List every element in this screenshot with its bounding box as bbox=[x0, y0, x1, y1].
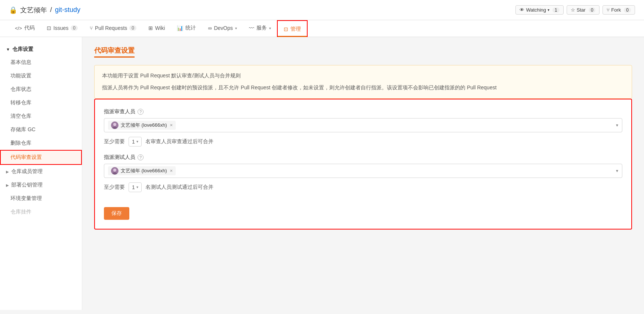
reviewer-min-suffix: 名审查人员审查通过后可合并 bbox=[145, 138, 213, 145]
tab-wiki-label: Wiki bbox=[155, 25, 165, 31]
tab-code-label: 代码 bbox=[24, 25, 35, 31]
repo-plugin-label: 仓库挂件 bbox=[10, 209, 31, 215]
reviewer-select-box[interactable]: 文艺倾年 (love666xh) × ▾ bbox=[104, 118, 622, 132]
reviewer-user-tag: 文艺倾年 (love666xh) × bbox=[108, 121, 176, 130]
fork-icon: ⑂ bbox=[607, 7, 610, 13]
tester-remove-icon[interactable]: × bbox=[170, 168, 173, 173]
sidebar-item-delete-repo[interactable]: 删除仓库 bbox=[0, 136, 82, 150]
fork-button[interactable]: ⑂ Fork 0 bbox=[603, 5, 635, 15]
tab-admin-label: 管理 bbox=[290, 26, 301, 33]
transfer-repo-label: 转移仓库 bbox=[10, 99, 31, 106]
tester-count-dropdown-icon: ▾ bbox=[136, 185, 138, 189]
watching-button[interactable]: 👁 Watching ▾ 1 bbox=[515, 5, 563, 15]
tab-devops-label: DevOps bbox=[214, 25, 233, 31]
sidebar-section-title[interactable]: ▼ 仓库设置 bbox=[0, 43, 82, 56]
issues-icon: ⊡ bbox=[47, 25, 51, 31]
tab-stats-label: 统计 bbox=[185, 25, 196, 31]
tester-select-box[interactable]: 文艺倾年 (love666xh) × ▾ bbox=[104, 164, 622, 178]
tab-service-label: 服务 bbox=[256, 25, 267, 31]
issues-badge: 0 bbox=[71, 25, 78, 31]
tester-avatar bbox=[111, 167, 118, 175]
sidebar-item-member-mgmt[interactable]: ▶ 仓库成员管理 bbox=[0, 165, 82, 178]
tab-admin[interactable]: ⊡ 管理 bbox=[277, 20, 308, 37]
tester-help-icon[interactable]: ? bbox=[138, 154, 144, 160]
env-var-mgmt-label: 环境变量管理 bbox=[10, 195, 42, 202]
service-dropdown-icon: ▾ bbox=[269, 26, 271, 30]
stats-icon: 📊 bbox=[177, 25, 183, 31]
code-icon: </> bbox=[15, 25, 22, 31]
reviewer-count-select[interactable]: 1 ▾ bbox=[129, 137, 142, 147]
sidebar-item-repo-plugin[interactable]: 仓库挂件 bbox=[0, 205, 82, 219]
form-card: 指派审查人员 ? 文艺倾年 (love666xh) × ▾ 至少需要 bbox=[94, 99, 632, 230]
star-icon: ☆ bbox=[571, 7, 575, 13]
repo-title: 🔒 文艺倾年 / git-study bbox=[9, 6, 80, 15]
tab-code[interactable]: </> 代码 bbox=[9, 20, 41, 37]
reviewer-min-label: 至少需要 bbox=[104, 138, 125, 145]
save-button[interactable]: 保存 bbox=[104, 207, 129, 220]
fork-count: 0 bbox=[624, 7, 631, 13]
svg-point-4 bbox=[113, 169, 116, 172]
tab-service[interactable]: 〰 服务 ▾ bbox=[243, 20, 277, 37]
reviewer-count-value: 1 bbox=[132, 139, 135, 145]
member-mgmt-label: 仓库成员管理 bbox=[11, 168, 43, 175]
watching-dropdown-icon: ▾ bbox=[548, 8, 549, 12]
svg-point-1 bbox=[113, 123, 116, 126]
sidebar-item-deploy-key-mgmt[interactable]: ▶ 部署公钥管理 bbox=[0, 178, 82, 192]
admin-icon: ⊡ bbox=[284, 26, 288, 32]
lock-icon: 🔒 bbox=[9, 6, 17, 14]
chevron-down-icon: ▼ bbox=[6, 47, 10, 52]
tester-count-value: 1 bbox=[132, 184, 135, 190]
reviewer-dropdown-icon[interactable]: ▾ bbox=[616, 123, 618, 128]
info-line1: 本功能用于设置 Pull Request 默认审查/测试人员与合并规则 bbox=[102, 71, 624, 80]
reviewer-count-dropdown-icon: ▾ bbox=[136, 139, 138, 144]
tester-username: 文艺倾年 (love666xh) bbox=[121, 167, 167, 174]
sidebar-item-storage-gc[interactable]: 存储库 GC bbox=[0, 123, 82, 136]
sidebar-item-env-var-mgmt[interactable]: 环境变量管理 bbox=[0, 192, 82, 205]
tab-stats[interactable]: 📊 统计 bbox=[171, 20, 202, 37]
sidebar-item-clear-repo[interactable]: 清空仓库 bbox=[0, 110, 82, 123]
tab-wiki[interactable]: ⊞ Wiki bbox=[142, 20, 171, 37]
sidebar-item-repo-status[interactable]: 仓库状态 bbox=[0, 83, 82, 96]
tester-label-text: 指派测试人员 bbox=[104, 154, 135, 161]
reviewer-label-text: 指派审查人员 bbox=[104, 108, 135, 115]
reviewer-label: 指派审查人员 ? bbox=[104, 108, 622, 115]
storage-gc-label: 存储库 GC bbox=[10, 126, 36, 133]
tester-count-select[interactable]: 1 ▾ bbox=[129, 182, 142, 192]
reviewer-remove-icon[interactable]: × bbox=[170, 122, 173, 128]
devops-dropdown-icon: ▾ bbox=[235, 26, 237, 30]
deploy-key-mgmt-label: 部署公钥管理 bbox=[11, 182, 43, 188]
separator: / bbox=[50, 6, 52, 14]
section-title-label: 仓库设置 bbox=[12, 46, 33, 53]
info-line2: 指派人员将作为 Pull Request 创建时的预设指派，且不允许 Pull … bbox=[102, 83, 624, 92]
tester-min-suffix: 名测试人员测试通过后可合并 bbox=[145, 184, 213, 191]
basic-info-label: 基本信息 bbox=[10, 59, 31, 66]
clear-repo-label: 清空仓库 bbox=[10, 113, 31, 120]
delete-repo-label: 删除仓库 bbox=[10, 140, 31, 147]
info-box: 本功能用于设置 Pull Request 默认审查/测试人员与合并规则 指派人员… bbox=[94, 65, 632, 99]
tab-pr-label: Pull Requests bbox=[95, 25, 127, 31]
service-icon: 〰 bbox=[249, 25, 254, 31]
tab-devops[interactable]: ∞ DevOps ▾ bbox=[202, 20, 243, 37]
star-button[interactable]: ☆ Star 0 bbox=[567, 5, 600, 15]
sidebar-item-feature-settings[interactable]: 功能设置 bbox=[0, 69, 82, 83]
tab-pull-requests[interactable]: ⑂ Pull Requests 0 bbox=[84, 20, 142, 37]
deploy-chevron-icon: ▶ bbox=[6, 183, 9, 187]
star-label: Star bbox=[577, 7, 586, 13]
feature-settings-label: 功能设置 bbox=[10, 73, 31, 79]
tester-min-required-row: 至少需要 1 ▾ 名测试人员测试通过后可合并 bbox=[104, 182, 622, 192]
reviewer-avatar bbox=[111, 121, 118, 129]
tester-dropdown-icon[interactable]: ▾ bbox=[616, 168, 618, 173]
sidebar-item-transfer-repo[interactable]: 转移仓库 bbox=[0, 96, 82, 110]
nav-tabs: </> 代码 ⊡ Issues 0 ⑂ Pull Requests 0 ⊞ Wi… bbox=[0, 20, 644, 37]
tester-section: 指派测试人员 ? 文艺倾年 (love666xh) × ▾ 至少需要 bbox=[104, 154, 622, 192]
sidebar-item-code-review[interactable]: 代码审查设置 bbox=[0, 150, 82, 165]
fork-label: Fork bbox=[611, 7, 621, 13]
reviewer-help-icon[interactable]: ? bbox=[138, 109, 144, 115]
sidebar-item-basic-info[interactable]: 基本信息 bbox=[0, 56, 82, 69]
reviewer-min-required-row: 至少需要 1 ▾ 名审查人员审查通过后可合并 bbox=[104, 137, 622, 147]
tab-issues[interactable]: ⊡ Issues 0 bbox=[41, 20, 84, 37]
header-actions: 👁 Watching ▾ 1 ☆ Star 0 ⑂ Fork 0 bbox=[515, 5, 635, 15]
star-count: 0 bbox=[589, 7, 596, 13]
watching-icon: 👁 bbox=[520, 7, 524, 13]
tester-user-tag: 文艺倾年 (love666xh) × bbox=[108, 166, 176, 175]
